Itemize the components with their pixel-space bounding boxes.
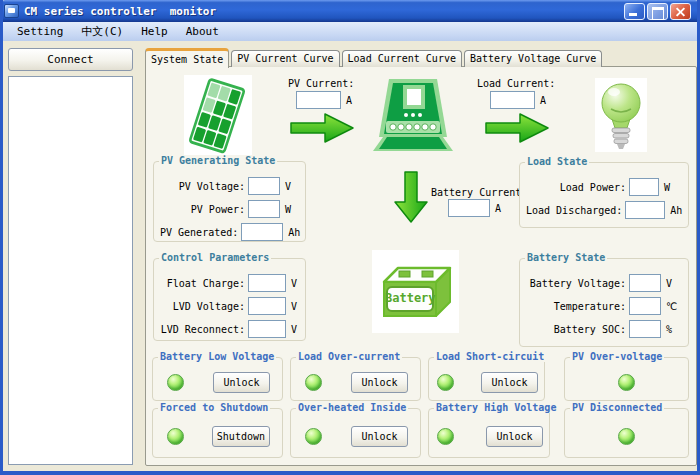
arrow-right-icon xyxy=(484,112,550,146)
field-row: Temperature: ℃ xyxy=(526,297,682,315)
arrow-down-icon xyxy=(393,170,429,226)
load-state-group: Load State Load Power: W Load Discharged… xyxy=(519,162,689,228)
status-led xyxy=(618,374,635,391)
group-title: PV Generating State xyxy=(159,155,277,166)
battery-icon: Battery xyxy=(372,250,459,333)
unlock-button[interactable]: Unlock xyxy=(351,372,408,393)
tab-battery-voltage-curve[interactable]: Battery Voltage Curve xyxy=(464,50,602,67)
float-charge-input[interactable] xyxy=(248,274,286,292)
status-led xyxy=(305,374,322,391)
battery-current-row: A xyxy=(448,199,501,217)
field-row: Load Power: W xyxy=(526,178,682,196)
pv-generating-state-group: PV Generating State PV Voltage: V PV Pow… xyxy=(153,161,306,242)
menu-help[interactable]: Help xyxy=(132,22,177,41)
menubar: Setting 中文(C) Help About xyxy=(3,22,697,41)
status-led xyxy=(167,374,184,391)
connect-button[interactable]: Connect xyxy=(8,48,133,71)
alarm-forced-to-shutdown: Forced to Shutdown Shutdown xyxy=(152,408,283,458)
app-window: CM series controller monitor Setting 中文(… xyxy=(0,0,700,475)
field-row: Battery SOC: % xyxy=(526,320,682,338)
control-parameters-group: Control Parameters Float Charge: V LVD V… xyxy=(153,258,306,341)
field-row: Float Charge: V xyxy=(160,274,299,292)
alarm-battery-low-voltage: Battery Low Voltage Unlock xyxy=(152,357,283,401)
arrow-right-icon xyxy=(289,112,355,146)
pv-current-unit: A xyxy=(346,95,352,106)
field-row: PV Voltage: V xyxy=(160,177,299,195)
group-title: Battery State xyxy=(525,252,607,263)
group-title: Control Parameters xyxy=(159,252,271,263)
unlock-button[interactable]: Unlock xyxy=(351,426,408,447)
tab-system-state[interactable]: System State xyxy=(145,48,229,68)
unlock-button[interactable]: Unlock xyxy=(213,372,270,393)
battery-icon-label: Battery xyxy=(385,285,435,311)
lvd-reconnect-input[interactable] xyxy=(248,320,286,338)
tabstrip: System State PV Current Curve Load Curre… xyxy=(145,47,604,67)
minimize-icon[interactable] xyxy=(624,3,645,20)
alarm-load-over-current: Load Over-current Unlock xyxy=(290,357,421,401)
alarm-battery-high-voltage: Battery High Voltage Unlock xyxy=(428,408,550,458)
group-title: Load State xyxy=(525,156,589,167)
field-row: LVD Reconnect: V xyxy=(160,320,299,338)
window-controls xyxy=(624,3,691,20)
menu-setting[interactable]: Setting xyxy=(8,22,72,41)
system-state-page: PV Current: A xyxy=(145,66,697,466)
status-led xyxy=(618,428,635,445)
status-led xyxy=(437,374,454,391)
alarm-over-heated-inside: Over-heated Inside Unlock xyxy=(290,408,421,458)
close-icon[interactable] xyxy=(670,3,691,20)
titlebar: CM series controller monitor xyxy=(0,0,700,22)
battery-current-input[interactable] xyxy=(448,199,490,217)
alarm-load-short-circuit: Load Short-circuit Unlock xyxy=(428,357,545,401)
pv-power-input[interactable] xyxy=(248,200,280,218)
load-current-row: A xyxy=(490,91,546,109)
controller-icon xyxy=(373,77,453,157)
temperature-input[interactable] xyxy=(629,297,661,315)
unlock-button[interactable]: Unlock xyxy=(481,372,538,393)
battery-current-unit: A xyxy=(495,203,501,214)
pv-generated-input[interactable] xyxy=(241,223,283,241)
battery-soc-input[interactable] xyxy=(629,320,661,338)
battery-voltage-input[interactable] xyxy=(629,274,661,292)
battery-state-group: Battery State Battery Voltage: V Tempera… xyxy=(519,258,689,347)
status-led xyxy=(305,428,322,445)
pv-current-row: A xyxy=(296,91,352,109)
load-current-label: Load Current: xyxy=(477,78,555,89)
load-current-unit: A xyxy=(540,95,546,106)
field-row: Battery Voltage: V xyxy=(526,274,682,292)
pv-current-label: PV Current: xyxy=(288,78,354,89)
load-power-input[interactable] xyxy=(629,178,659,196)
app-icon xyxy=(4,4,19,18)
status-led xyxy=(167,428,184,445)
pv-voltage-input[interactable] xyxy=(248,177,280,195)
field-row: PV Power: W xyxy=(160,200,299,218)
alarm-pv-over-voltage: PV Over-voltage xyxy=(564,357,689,401)
shutdown-button[interactable]: Shutdown xyxy=(212,426,270,447)
menu-about[interactable]: About xyxy=(177,22,228,41)
pv-current-input[interactable] xyxy=(296,91,341,109)
light-bulb-icon xyxy=(595,78,647,152)
status-led xyxy=(437,428,454,445)
device-list[interactable] xyxy=(8,76,133,465)
window-title: CM series controller monitor xyxy=(24,5,216,18)
tab-load-current-curve[interactable]: Load Current Curve xyxy=(342,50,462,67)
lvd-voltage-input[interactable] xyxy=(248,297,286,315)
unlock-button[interactable]: Unlock xyxy=(486,426,543,447)
solar-panel-icon xyxy=(184,75,252,157)
field-row: Load Discharged: Ah xyxy=(526,201,682,219)
load-discharged-input[interactable] xyxy=(625,201,665,219)
load-current-input[interactable] xyxy=(490,91,535,109)
battery-current-label: Battery Current: xyxy=(431,187,527,198)
menu-language[interactable]: 中文(C) xyxy=(72,22,132,41)
field-row: LVD Voltage: V xyxy=(160,297,299,315)
alarm-pv-disconnected: PV Disconnected xyxy=(564,408,689,458)
field-row: PV Generated: Ah xyxy=(160,223,299,241)
maximize-icon[interactable] xyxy=(647,3,668,20)
tab-pv-current-curve[interactable]: PV Current Curve xyxy=(231,50,339,67)
